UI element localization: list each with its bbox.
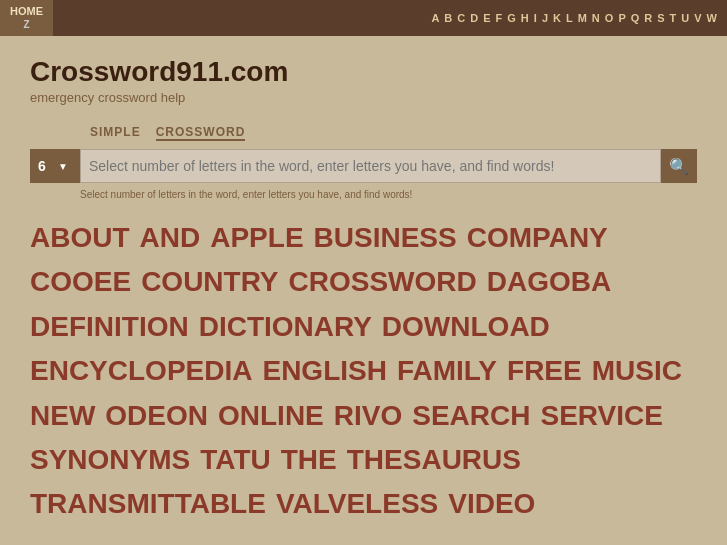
- word-item[interactable]: DAGOBA: [487, 264, 611, 300]
- word-item[interactable]: THESAURUS: [347, 442, 521, 478]
- word-item[interactable]: TATU: [200, 442, 271, 478]
- alphabet-letter-m[interactable]: M: [578, 12, 587, 24]
- alphabet-letter-b[interactable]: B: [444, 12, 452, 24]
- word-item[interactable]: COMPANY: [467, 220, 608, 256]
- search-bar: 6 3 4 5 7 8 9 10 ▼ 🔍: [30, 149, 697, 183]
- word-item[interactable]: TRANSMITTABLE: [30, 486, 266, 522]
- word-list: ABOUTANDAPPLEBUSINESSCOMPANYCOOEECOUNTRY…: [30, 220, 697, 523]
- alphabet-letter-f[interactable]: F: [496, 12, 503, 24]
- word-item[interactable]: ENGLISH: [262, 353, 386, 389]
- alphabet-nav: ABCDEFGHIJKLMNOPQRSTUVW: [53, 0, 727, 36]
- search-tabs: SIMPLE CROSSWORD: [90, 125, 697, 141]
- alphabet-letter-v[interactable]: V: [694, 12, 701, 24]
- alphabet-letter-p[interactable]: P: [618, 12, 625, 24]
- alphabet-letter-q[interactable]: Q: [631, 12, 640, 24]
- word-item[interactable]: DOWNLOAD: [382, 309, 550, 345]
- alphabet-letter-i[interactable]: I: [534, 12, 537, 24]
- word-item[interactable]: CROSSWORD: [289, 264, 477, 300]
- alphabet-letter-t[interactable]: T: [670, 12, 677, 24]
- word-item[interactable]: ODEON: [105, 398, 208, 434]
- word-item[interactable]: ABOUT: [30, 220, 130, 256]
- word-item[interactable]: ENCYCLOPEDIA: [30, 353, 252, 389]
- word-item[interactable]: NEW: [30, 398, 95, 434]
- alphabet-letter-n[interactable]: N: [592, 12, 600, 24]
- word-item[interactable]: ONLINE: [218, 398, 324, 434]
- word-item[interactable]: SYNONYMS: [30, 442, 190, 478]
- word-item[interactable]: AND: [140, 220, 201, 256]
- word-item[interactable]: DEFINITION: [30, 309, 189, 345]
- word-item[interactable]: COUNTRY: [141, 264, 278, 300]
- alphabet-letter-a[interactable]: A: [431, 12, 439, 24]
- alphabet-letter-r[interactable]: R: [644, 12, 652, 24]
- alphabet-letter-w[interactable]: W: [707, 12, 717, 24]
- alphabet-letter-g[interactable]: G: [507, 12, 516, 24]
- alphabet-letter-l[interactable]: L: [566, 12, 573, 24]
- main-content: Crossword911.com emergency crossword hel…: [0, 36, 727, 543]
- search-icon: 🔍: [669, 157, 689, 176]
- site-subtitle: emergency crossword help: [30, 90, 697, 105]
- alphabet-letter-j[interactable]: J: [542, 12, 548, 24]
- word-item[interactable]: VALVELESS: [276, 486, 438, 522]
- alphabet-letter-e[interactable]: E: [483, 12, 490, 24]
- home-sub: Z: [23, 19, 29, 31]
- word-item[interactable]: SEARCH: [412, 398, 530, 434]
- home-label: HOME: [10, 5, 43, 18]
- word-item[interactable]: FAMILY: [397, 353, 497, 389]
- alphabet-letter-k[interactable]: K: [553, 12, 561, 24]
- word-item[interactable]: COOEE: [30, 264, 131, 300]
- alphabet-letter-d[interactable]: D: [470, 12, 478, 24]
- word-item[interactable]: FREE: [507, 353, 582, 389]
- number-dropdown[interactable]: 6 3 4 5 7 8 9 10: [38, 158, 54, 174]
- alphabet-letter-o[interactable]: O: [605, 12, 614, 24]
- number-select[interactable]: 6 3 4 5 7 8 9 10 ▼: [30, 149, 80, 183]
- tab-crossword[interactable]: CROSSWORD: [156, 125, 246, 141]
- word-item[interactable]: MUSIC: [592, 353, 682, 389]
- site-title: Crossword911.com: [30, 56, 697, 88]
- tab-simple[interactable]: SIMPLE: [90, 125, 141, 141]
- search-input-container: [80, 149, 661, 183]
- home-button[interactable]: HOME Z: [0, 0, 53, 36]
- top-navigation: HOME Z ABCDEFGHIJKLMNOPQRSTUVW: [0, 0, 727, 36]
- word-item[interactable]: BUSINESS: [314, 220, 457, 256]
- word-item[interactable]: THE: [281, 442, 337, 478]
- chevron-down-icon: ▼: [58, 161, 68, 172]
- alphabet-letter-u[interactable]: U: [681, 12, 689, 24]
- search-input[interactable]: [89, 158, 652, 174]
- word-item[interactable]: SERVICE: [541, 398, 663, 434]
- word-item[interactable]: VIDEO: [448, 486, 535, 522]
- alphabet-letter-s[interactable]: S: [657, 12, 664, 24]
- word-item[interactable]: APPLE: [210, 220, 303, 256]
- search-button[interactable]: 🔍: [661, 149, 697, 183]
- word-item[interactable]: DICTIONARY: [199, 309, 372, 345]
- alphabet-letter-h[interactable]: H: [521, 12, 529, 24]
- alphabet-letter-c[interactable]: C: [457, 12, 465, 24]
- search-hint: Select number of letters in the word, en…: [80, 189, 697, 200]
- word-item[interactable]: RIVO: [334, 398, 402, 434]
